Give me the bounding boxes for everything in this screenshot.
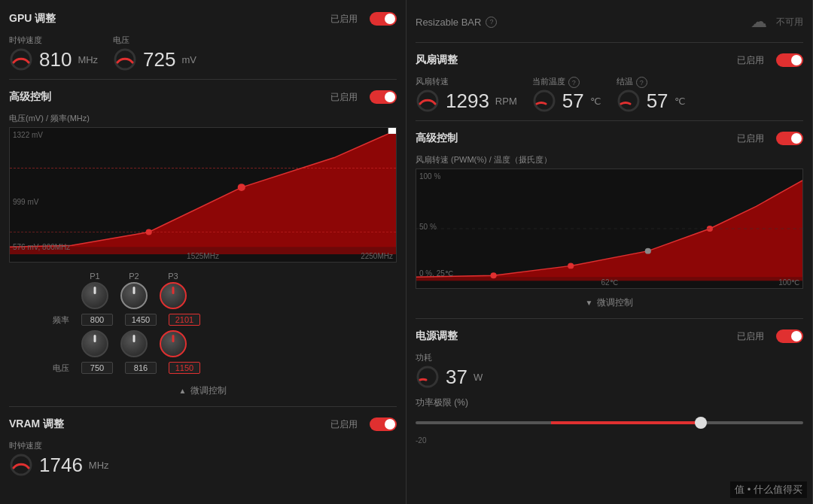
resizable-bar-status: 不可用 — [776, 16, 803, 29]
fan-title: 风扇调整 — [416, 53, 458, 67]
advanced-title: 高级控制 — [9, 90, 51, 104]
watermark: 值 • 什么值得买 — [730, 481, 807, 498]
gpu-status: 已启用 — [330, 13, 358, 26]
freq-p1-value[interactable]: 800 — [81, 314, 113, 326]
svg-point-10 — [534, 91, 554, 111]
vf-chart: 1322 mV 999 mV 576 mV, 800MHz 1525MHz 22… — [9, 127, 397, 263]
freq-p3-value[interactable]: 2101 — [169, 314, 200, 326]
target-temp-gauge-icon — [617, 89, 641, 113]
advanced-toggle[interactable] — [370, 90, 397, 104]
vram-section-right: 已启用 — [330, 417, 397, 431]
resizable-bar-row: Resizable BAR ? ☁ 不可用 — [416, 8, 803, 36]
fan-speed-row: 1293 RPM — [416, 89, 517, 113]
svg-point-11 — [619, 91, 638, 111]
pstate-p1-col: P1 — [81, 272, 108, 309]
vram-clock-row: 1746 MHz — [9, 453, 397, 477]
cloud-icon: ☁ — [751, 12, 767, 32]
x-label-right: 2250MHz — [361, 252, 393, 260]
right-panel: Resizable BAR ? ☁ 不可用 风扇调整 已启用 风扇转速 1293… — [406, 0, 813, 504]
voltage-value: 725 — [143, 48, 175, 71]
voltage-metric: 电压 725 mV — [113, 35, 196, 71]
pstate-p1-volt-knob[interactable] — [81, 330, 108, 357]
freq-values-row: 频率 800 1450 2101 — [39, 314, 397, 326]
volt-p2-value[interactable]: 816 — [125, 362, 157, 374]
resizable-bar-info-icon[interactable]: ? — [486, 17, 497, 28]
current-temp-info-icon[interactable]: ? — [568, 77, 580, 88]
fan-advanced-right: 已启用 — [737, 132, 803, 145]
volt-p3-val-col: 1150 — [169, 362, 200, 374]
current-temp-label: 当前温度 — [532, 76, 565, 87]
fan-chart-label: 风扇转速 (PWM(%) / 温度（摄氏度） — [416, 154, 803, 165]
guide-line-bot — [10, 232, 396, 232]
svg-point-19 — [418, 367, 437, 387]
pstate-p3-col: P3 — [160, 272, 187, 309]
target-temp-unit: ℃ — [674, 96, 686, 107]
voltage-unit: mV — [182, 54, 197, 65]
chart-label: 电压(mV) / 频率(MHz) — [9, 113, 397, 124]
fan-advanced-status: 已启用 — [737, 132, 764, 145]
micro-control-row[interactable]: ▲ 微调控制 — [9, 381, 397, 400]
pstate-p1-freq-knob[interactable] — [81, 282, 108, 309]
resizable-bar-title: Resizable BAR ? — [416, 17, 497, 28]
fan-chart: 100 % 50 % 0 %, 25℃ 62℃ 100℃ — [416, 169, 803, 289]
freq-p2-value[interactable]: 1450 — [125, 314, 157, 326]
power-slider-labels: -20 — [416, 436, 803, 445]
advanced-right: 已启用 — [330, 90, 397, 104]
volt-p3-value[interactable]: 1150 — [169, 362, 200, 374]
power-section-header: 电源调整 已启用 — [416, 325, 803, 348]
volt-values-row: 电压 750 816 1150 — [39, 362, 397, 374]
current-temp-value: 57 — [562, 90, 584, 113]
volt-p2-val-col: 816 — [125, 362, 157, 374]
clock-label: 时钟速度 — [9, 35, 98, 46]
power-limit-section: 功率极限 (%) -20 — [416, 396, 803, 445]
target-temp-info-icon[interactable]: ? — [636, 77, 647, 88]
current-temp-unit: ℃ — [590, 96, 601, 107]
power-slider-thumb[interactable] — [695, 417, 707, 429]
pstate-p3-volt-knob[interactable] — [160, 330, 187, 357]
power-slider-track — [416, 421, 803, 424]
volt-p1-value[interactable]: 750 — [81, 362, 113, 374]
fan-speed-unit: RPM — [495, 96, 517, 107]
current-temp-metric: 当前温度 ? 57 ℃ — [532, 76, 601, 113]
micro-control-label: 微调控制 — [190, 384, 227, 397]
fan-micro-control-row[interactable]: ▼ 微调控制 — [416, 293, 803, 312]
pstate-section: P1 P2 P3 频率 800 1450 2101 — [9, 269, 397, 381]
power-watt-gauge-icon — [416, 365, 440, 389]
vram-clock-gauge-icon — [9, 453, 33, 477]
power-slider-min: -20 — [416, 436, 426, 445]
voltage-label: 电压 — [113, 35, 196, 46]
fan-y-label-top: 100 % — [419, 172, 440, 181]
power-status: 已启用 — [737, 330, 764, 343]
chevron-up-icon: ▲ — [179, 387, 187, 395]
pstate-p3-freq-knob[interactable] — [160, 282, 187, 309]
advanced-status: 已启用 — [330, 91, 358, 104]
volt-p2-col — [120, 330, 148, 357]
power-title: 电源调整 — [416, 329, 458, 343]
fan-status: 已启用 — [737, 54, 764, 67]
power-toggle[interactable] — [776, 329, 803, 343]
fan-advanced-toggle[interactable] — [776, 132, 803, 145]
freq-p1-col: 800 — [81, 314, 113, 326]
vram-clock-unit: MHz — [89, 460, 109, 471]
fan-chart-svg — [416, 169, 802, 288]
vram-toggle[interactable] — [370, 417, 397, 431]
power-watt-label: 功耗 — [416, 352, 803, 363]
y-label-bot: 576 mV, 800MHz — [13, 243, 70, 251]
power-section-right: 已启用 — [737, 329, 803, 343]
fan-section-right: 已启用 — [737, 53, 803, 67]
gpu-section-right: 已启用 — [330, 12, 397, 26]
pstate-p2-freq-knob[interactable] — [120, 282, 148, 309]
fan-speed-value: 1293 — [446, 90, 489, 113]
freq-p2-col: 1450 — [125, 314, 157, 326]
freq-p3-col: 2101 — [169, 314, 200, 326]
power-watt-metric: 功耗 37 W — [416, 352, 803, 389]
fan-speed-gauge-icon — [416, 89, 440, 113]
fan-micro-control-label: 微调控制 — [597, 296, 633, 309]
pstate-p2-col: P2 — [120, 272, 148, 309]
pstate-p2-volt-knob[interactable] — [120, 330, 148, 357]
current-temp-label-row: 当前温度 ? — [532, 76, 601, 89]
gpu-toggle[interactable] — [370, 12, 397, 26]
vram-status: 已启用 — [330, 418, 358, 431]
divider-r2 — [416, 120, 803, 121]
fan-toggle[interactable] — [776, 53, 803, 67]
